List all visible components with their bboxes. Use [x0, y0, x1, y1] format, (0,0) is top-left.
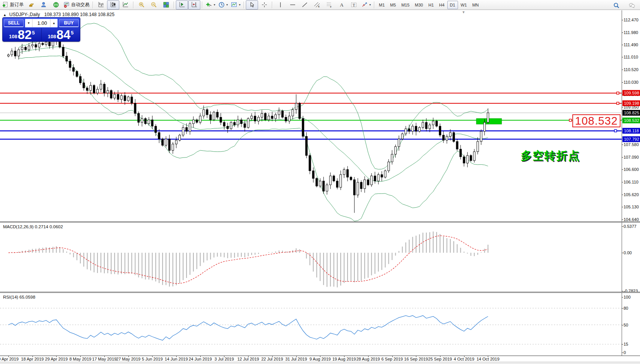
timeframe-d1-button[interactable]: D1	[447, 1, 458, 9]
toolbar-chart-shift-button[interactable]	[188, 0, 200, 10]
dropdown-arrow-icon[interactable]: ▾	[369, 3, 371, 6]
date-axis-label: 24 Jun 2019	[188, 357, 212, 361]
toolbar-separator	[93, 2, 93, 8]
sell-price[interactable]: 108 82 5	[3, 28, 41, 41]
dropdown-arrow-icon[interactable]: ▾	[214, 3, 215, 6]
timeframe-w1-button[interactable]: W1	[458, 1, 470, 9]
mt4-window: 新订单自动交易▾▾▾EFAT▾M1M5M15M30H1H4D1W1MN ▲ US…	[0, 0, 640, 364]
date-axis-label: 17 May 2019	[92, 357, 117, 361]
macd-axis-tick	[622, 226, 623, 227]
toolbar-label-button[interactable]: T	[348, 0, 360, 10]
rsi-pane-splitter[interactable]	[0, 292, 640, 293]
toolbar-arrows-button[interactable]: ▾	[360, 0, 372, 10]
chart-shift-icon	[191, 2, 198, 8]
toolbar-trendline-button[interactable]	[299, 0, 311, 10]
price-axis-label: 110.030	[624, 80, 638, 84]
price-annotation-box[interactable]: 108.532	[572, 114, 621, 127]
price-axis-tick	[622, 169, 623, 170]
autotrading-icon	[63, 2, 70, 8]
toolbar-crosshair-button[interactable]	[258, 0, 270, 10]
price-axis-label: 111.490	[624, 42, 638, 47]
toolbar-navigator-button[interactable]	[37, 0, 50, 10]
date-axis-label: 22 Jul 2019	[261, 357, 283, 361]
horizontal-level-lines[interactable]	[0, 93, 622, 139]
toolbar-market-watch-button[interactable]	[25, 0, 37, 10]
sell-button[interactable]: SELL	[4, 19, 24, 27]
date-axis-label: 16 Sep 2019	[404, 357, 428, 361]
macd-label: MACD(12,26,9) 0.2714 0.0602	[3, 224, 63, 229]
toolbar-periods-button[interactable]: ▾	[217, 0, 229, 10]
toolbar-candle-chart-button[interactable]	[107, 0, 119, 10]
timeframe-m5-button[interactable]: M5	[387, 1, 398, 9]
toolbar-separator	[374, 2, 375, 8]
date-axis-label: 6 Sep 2019	[381, 357, 403, 361]
dropdown-arrow-icon[interactable]: ▾	[239, 3, 240, 6]
price-axis-label: 111.010	[624, 55, 638, 59]
toolbar-bar-chart-button[interactable]	[95, 0, 107, 10]
timeframe-h4-button[interactable]: H4	[437, 1, 447, 9]
toolbar-channel-button[interactable]: E	[311, 0, 323, 10]
rsi-axis-tick	[622, 308, 623, 309]
date-axis-label: 28 Aug 2019	[356, 357, 380, 361]
volume-decrease-button[interactable]: ▼	[25, 19, 32, 27]
price-axis-tick	[622, 82, 623, 83]
toolbar-button-label: 新订单	[10, 2, 24, 8]
signals-icon	[53, 2, 59, 8]
window-bottom-edge	[0, 362, 640, 364]
toolbar-hline-button[interactable]	[286, 0, 299, 10]
dropdown-arrow-icon[interactable]: ▾	[226, 3, 228, 6]
rsi-axis-tick	[622, 297, 623, 297]
level-price-tag: 108.118	[622, 128, 640, 134]
rsi-axis-label: 100	[624, 295, 630, 299]
collapse-triangle-icon[interactable]: ▲	[3, 13, 6, 17]
level-price-tag: 109.598	[622, 90, 640, 96]
macd-axis-label: 0.5377	[624, 224, 637, 229]
timeframe-mn-button[interactable]: MN	[469, 1, 481, 9]
candles-series	[8, 36, 489, 213]
volume-increase-button[interactable]: ▲	[50, 19, 57, 27]
candle-chart-icon	[110, 2, 117, 8]
toolbar-signals-button[interactable]	[50, 0, 62, 10]
toolbar-zoom-in-button[interactable]	[135, 0, 148, 10]
chart-shift-marker-icon[interactable]: ▼	[462, 10, 465, 14]
toolbar-indicators-button[interactable]: ▾	[204, 0, 217, 10]
macd-pane-splitter[interactable]	[0, 221, 640, 223]
zoom-out-icon	[151, 2, 157, 8]
date-axis-label: 9 Aug 2019	[310, 357, 331, 361]
toolbar-search-button[interactable]	[610, 1, 622, 10]
buy-price[interactable]: 108 84 5	[42, 28, 80, 41]
date-axis-label: 14 Jun 2019	[165, 357, 188, 361]
date-axis-label: 4 Oct 2019	[454, 357, 474, 361]
crosshair-icon	[261, 2, 268, 8]
toolbar-zoom-out-button[interactable]	[148, 0, 160, 10]
toolbar-cursor-button[interactable]	[246, 0, 258, 10]
search-icon	[613, 2, 620, 9]
toolbar-chat-button[interactable]	[625, 1, 638, 10]
toolbar-templates-button[interactable]: ▾	[229, 0, 242, 10]
toolbar-vline-button[interactable]	[274, 0, 286, 10]
timeframe-m1-button[interactable]: M1	[376, 1, 387, 9]
toolbar-text-button[interactable]: A	[335, 0, 348, 10]
rsi-axis-tick	[622, 325, 623, 325]
macd-axis-tick	[622, 253, 623, 253]
toolbar-separator	[244, 2, 244, 8]
toolbar-autotrading-button[interactable]: 自动交易	[62, 0, 91, 10]
toolbar-line-chart-button[interactable]	[119, 0, 132, 10]
toolbar-new-order-button[interactable]: 新订单	[1, 0, 25, 10]
toolbar-auto-scroll-button[interactable]	[176, 0, 188, 10]
toolbar-separator	[202, 2, 203, 8]
toolbar-separator	[174, 2, 174, 8]
hline-icon	[289, 2, 296, 8]
toolbar-tile-windows-button[interactable]	[160, 0, 172, 10]
toolbar-fibonacci-button[interactable]: F	[323, 0, 335, 10]
date-axis-label: 31 Jul 2019	[285, 357, 307, 361]
volume-input[interactable]: 1.00	[32, 19, 50, 27]
price-axis-label: 110.520	[624, 67, 638, 72]
price-axis-label: 107.090	[624, 155, 639, 159]
timeframe-m15-button[interactable]: M15	[399, 1, 412, 9]
trendline-icon	[302, 2, 308, 8]
timeframe-h1-button[interactable]: H1	[426, 1, 436, 9]
buy-button[interactable]: BUY	[59, 19, 79, 27]
timeframe-m30-button[interactable]: M30	[412, 1, 426, 9]
sell-price-sup: 5	[32, 30, 35, 36]
